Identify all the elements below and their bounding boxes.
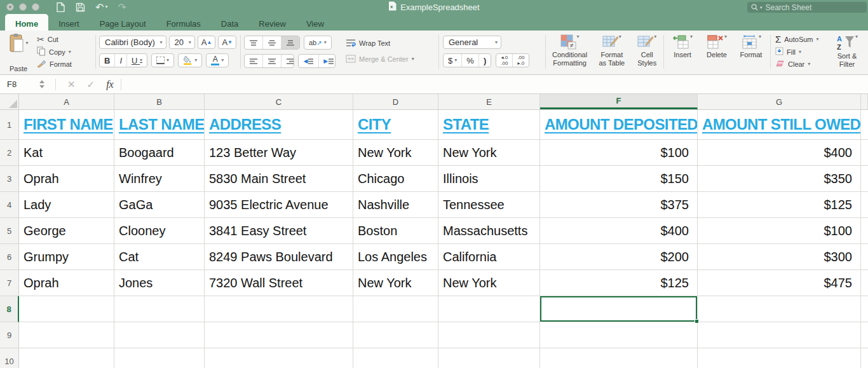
- cell-E5[interactable]: Massachusetts: [438, 218, 540, 244]
- name-box[interactable]: F8: [0, 79, 39, 89]
- clear-caret-icon[interactable]: ▾: [808, 62, 810, 67]
- cell-F5[interactable]: $400: [540, 218, 698, 244]
- cell-F10[interactable]: [540, 348, 698, 368]
- copy-caret-icon[interactable]: ▾: [69, 50, 71, 55]
- column-header-B[interactable]: B: [114, 94, 205, 109]
- cell-H10[interactable]: [861, 348, 868, 368]
- cell-G9[interactable]: [698, 322, 861, 348]
- increase-indent-button[interactable]: ▶: [319, 55, 336, 67]
- delete-cells-caret-icon[interactable]: ▾: [724, 34, 727, 50]
- search-box[interactable]: ▾: [747, 2, 867, 13]
- cell-H8[interactable]: [861, 296, 868, 322]
- cell-C1[interactable]: ADDRESS: [205, 110, 353, 140]
- decrease-decimal-button[interactable]: .00 ▸.0: [513, 54, 529, 67]
- font-color-button[interactable]: A ▾: [207, 54, 228, 67]
- save-icon[interactable]: [76, 3, 85, 12]
- formula-input[interactable]: [131, 79, 868, 90]
- cell-G5[interactable]: $100: [698, 218, 861, 244]
- cell-C8[interactable]: [205, 296, 353, 322]
- tab-review[interactable]: Review: [248, 14, 296, 31]
- align-right-button[interactable]: [281, 55, 294, 67]
- cell-D6[interactable]: Los Angeles: [353, 244, 438, 270]
- cell-A1[interactable]: FIRST NAME: [19, 110, 114, 140]
- cell-D7[interactable]: New York: [353, 270, 438, 296]
- cell-H9[interactable]: [861, 322, 868, 348]
- cell-F7[interactable]: $125: [540, 270, 698, 296]
- insert-function-icon[interactable]: fx: [106, 79, 114, 90]
- cell-C10[interactable]: [205, 348, 353, 368]
- underline-caret-icon[interactable]: ▾: [140, 58, 142, 63]
- cell-B7[interactable]: Jones: [114, 270, 205, 296]
- cell-B9[interactable]: [114, 322, 205, 348]
- italic-button[interactable]: I: [115, 54, 127, 67]
- cell-A8[interactable]: [19, 296, 114, 322]
- currency-caret-icon[interactable]: ▾: [454, 58, 457, 63]
- cell-A3[interactable]: Oprah: [19, 166, 114, 192]
- merge-center-caret-icon[interactable]: ▾: [412, 57, 414, 62]
- row-header-7[interactable]: 7: [0, 270, 19, 296]
- row-header-2[interactable]: 2: [0, 140, 19, 166]
- percent-format-button[interactable]: %: [462, 54, 479, 67]
- fill-color-button[interactable]: ▾: [179, 54, 201, 67]
- cell-D3[interactable]: Chicago: [353, 166, 438, 192]
- cell-F8[interactable]: [540, 296, 698, 322]
- cell-A7[interactable]: Oprah: [19, 270, 114, 296]
- cell-D10[interactable]: [353, 348, 438, 368]
- cell-H4[interactable]: [861, 192, 868, 218]
- cell-A2[interactable]: Kat: [19, 140, 114, 166]
- cell-B8[interactable]: [114, 296, 205, 322]
- format-as-table-button[interactable]: ▾ Formatas Table: [595, 31, 628, 74]
- cell-A5[interactable]: George: [19, 218, 114, 244]
- cell-D2[interactable]: New York: [353, 140, 438, 166]
- cell-B1[interactable]: LAST NAME: [114, 110, 205, 140]
- redo-icon[interactable]: ↷: [118, 1, 126, 13]
- cell-C5[interactable]: 3841 Easy Street: [205, 218, 353, 244]
- conditional-formatting-button[interactable]: ≠ ▾ ConditionalFormatting: [549, 31, 590, 74]
- cut-button[interactable]: ✂ Cut: [37, 33, 93, 46]
- format-painter-button[interactable]: Format: [37, 58, 93, 71]
- align-top-button[interactable]: [245, 36, 263, 49]
- cell-G6[interactable]: $300: [698, 244, 861, 270]
- align-center-button[interactable]: [263, 55, 281, 67]
- cell-F9[interactable]: [540, 322, 698, 348]
- shrink-font-button[interactable]: A▼: [218, 36, 236, 49]
- align-middle-button[interactable]: [263, 36, 281, 49]
- borders-caret-icon[interactable]: ▾: [166, 58, 169, 63]
- font-size-select[interactable]: 20▾: [169, 36, 195, 49]
- tab-home[interactable]: Home: [5, 14, 48, 31]
- cell-E8[interactable]: [438, 296, 540, 322]
- conditional-formatting-caret-icon[interactable]: ▾: [577, 34, 580, 50]
- cell-G10[interactable]: [698, 348, 861, 368]
- cell-E9[interactable]: [438, 322, 540, 348]
- copy-button[interactable]: Copy ▾: [37, 46, 93, 58]
- row-header-9[interactable]: 9: [0, 322, 19, 348]
- cell-B10[interactable]: [114, 348, 205, 368]
- paste-caret-icon[interactable]: ▾: [25, 41, 28, 46]
- clear-button[interactable]: Clear ▾: [775, 58, 830, 71]
- cell-E10[interactable]: [438, 348, 540, 368]
- close-window-button[interactable]: [6, 3, 14, 11]
- column-header-C[interactable]: C: [205, 94, 353, 109]
- number-format-select[interactable]: General▾: [443, 36, 501, 49]
- tab-insert[interactable]: Insert: [48, 14, 90, 31]
- row-header-10[interactable]: 10: [0, 348, 19, 368]
- cell-H6[interactable]: [861, 244, 868, 270]
- cell-B6[interactable]: Cat: [114, 244, 205, 270]
- cell-A9[interactable]: [19, 322, 114, 348]
- cell-B3[interactable]: Winfrey: [114, 166, 205, 192]
- cell-E2[interactable]: New York: [438, 140, 540, 166]
- cell-G1[interactable]: AMOUNT STILL OWED: [698, 110, 861, 140]
- cell-F4[interactable]: $375: [540, 192, 698, 218]
- merge-center-button[interactable]: Merge & Center ▾: [346, 52, 435, 66]
- sort-filter-caret-icon[interactable]: ▾: [855, 34, 858, 51]
- name-box-stepper[interactable]: [39, 80, 44, 88]
- cell-D1[interactable]: CITY: [353, 110, 438, 140]
- decrease-indent-button[interactable]: ◀: [299, 55, 319, 67]
- format-cells-button[interactable]: ▾ Format: [736, 31, 766, 74]
- column-header-E[interactable]: E: [438, 94, 540, 109]
- undo-caret-icon[interactable]: ▾: [105, 4, 107, 10]
- text-orientation-button[interactable]: ab↗ ▾: [304, 36, 331, 49]
- bold-button[interactable]: B: [100, 54, 115, 67]
- cell-D9[interactable]: [353, 322, 438, 348]
- format-as-table-caret-icon[interactable]: ▾: [619, 34, 621, 50]
